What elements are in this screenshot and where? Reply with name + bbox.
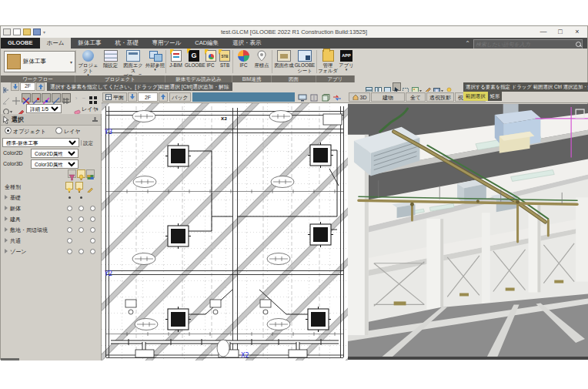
ifc-link-icon (238, 50, 249, 62)
palette-icon[interactable] (86, 169, 95, 178)
snap-line-icon[interactable] (52, 93, 61, 102)
pin-icon[interactable] (92, 116, 99, 123)
tab-senyou-tools[interactable]: 専用ツール (145, 38, 188, 49)
filter-colors-icon[interactable] (68, 169, 76, 178)
tab-kui-kiso[interactable]: 杭・基礎 (108, 38, 145, 49)
snap-endpoint-icon[interactable] (32, 93, 41, 102)
grid-display-icon[interactable] (89, 93, 98, 102)
view3d-filter-button[interactable]: 全て (406, 92, 426, 102)
all-pen-icon[interactable] (87, 182, 95, 189)
view-layout-toolbar (365, 82, 453, 91)
color3d-row: Color3D Color3D属性 (3, 161, 103, 166)
ifc-link-button[interactable]: IFC (235, 49, 252, 75)
drawing-explorer-button[interactable]: 図面エクス プローラー (122, 49, 145, 75)
gloobe-import-button[interactable]: G GLOOBE (185, 49, 203, 75)
panel-title: 選択 (12, 116, 24, 124)
plan-floor-down-button[interactable] (128, 92, 137, 102)
view3d-target-button[interactable]: 建物 (371, 92, 405, 102)
panel-resize-handle[interactable] (1, 358, 19, 360)
category-zone[interactable]: ゾーン (5, 248, 105, 258)
view3d-button[interactable]: 3D (349, 92, 370, 102)
snap-point-icon[interactable] (12, 93, 21, 102)
plan-header-icons (297, 93, 342, 102)
group-bim-link: BIM連携 (232, 75, 272, 82)
hint-selected-mode: 範囲選択 (463, 92, 488, 101)
draw-mode-dropdown[interactable] (2, 104, 14, 113)
zoom-window-icon[interactable] (402, 82, 410, 91)
search-icon[interactable] (575, 41, 582, 48)
split-horizontal-icon[interactable] (365, 82, 373, 91)
snap-grid-icon[interactable] (62, 93, 71, 102)
swap-views-icon[interactable] (332, 93, 342, 102)
split-vertical-icon[interactable] (374, 82, 383, 91)
snap-midpoint-icon[interactable] (42, 93, 51, 102)
all-2d-visible-icon[interactable] (65, 182, 73, 189)
tab-kutai[interactable]: 躯体工事 (71, 38, 108, 49)
status-message: 選択する要素を指定してください。[ドラッグ]範囲選択 [Ctrl]選択追加・解除 (47, 82, 232, 91)
single-pane-icon[interactable] (383, 82, 392, 91)
ifc-import-button[interactable]: IFC (203, 49, 218, 75)
tab-select-display[interactable]: 選択・表示 (226, 38, 269, 49)
snap-free-icon[interactable] (2, 93, 11, 102)
grid-label-y2: Y2 (104, 270, 112, 277)
pen-icon[interactable] (16, 104, 25, 113)
ifc-import-icon (205, 50, 216, 62)
light-icon[interactable] (445, 82, 453, 91)
floor-down-button[interactable] (11, 82, 19, 91)
building-2d-icon[interactable] (309, 93, 319, 102)
plan-view-button[interactable]: 平面 (102, 92, 127, 102)
plan-floor-indicator[interactable]: 2F (138, 92, 158, 102)
fit-view-icon[interactable] (2, 82, 11, 92)
floor-up-button[interactable] (36, 82, 45, 91)
maximize-button[interactable]: □ (552, 26, 569, 38)
camera-view-dropdown[interactable] (433, 82, 444, 91)
render-style-icon[interactable] (423, 82, 432, 91)
jbim-icon (171, 50, 182, 62)
image-capture-dropdown[interactable] (411, 82, 423, 91)
app-button[interactable]: APP アプリ▾ (338, 49, 355, 75)
mode-layer-radio[interactable]: レイヤ (55, 129, 81, 134)
tab-cad-edit[interactable]: CAD編集 (188, 38, 226, 49)
monitor-icon[interactable] (297, 93, 308, 102)
coord-point-button[interactable]: 座標点 (252, 49, 271, 75)
workflow-dropdown[interactable]: 躯体工事 ▾ (4, 51, 75, 72)
floor-indicator[interactable]: 2F (20, 82, 35, 91)
gloobe-sheet-button[interactable]: GLOOBE シート (294, 49, 316, 75)
manage-folder-button[interactable]: 管理 フォルダ (318, 49, 338, 75)
view3d-canvas[interactable] (348, 102, 588, 360)
category-shikichi[interactable]: 敷地・周辺環境 (5, 226, 105, 236)
search-input[interactable] (474, 42, 575, 47)
view3d-projection-button[interactable]: 透視投影 (426, 92, 454, 102)
snap-minus-icon[interactable]: − (79, 93, 89, 102)
plan-view-titlebar[interactable] (192, 92, 295, 102)
stb-import-button[interactable]: STB STB (218, 49, 232, 75)
preset-select[interactable]: 標準-躯体工事 (2, 138, 79, 147)
minimize-button[interactable]: — (535, 26, 552, 38)
tab-gloobe[interactable]: GLOOBE (1, 38, 40, 49)
category-kiso[interactable]: 基礎 (5, 194, 105, 204)
light-toggle-icon[interactable] (77, 169, 85, 178)
jbim-import-button[interactable]: J-BIM (167, 49, 185, 75)
snap-intersection-icon[interactable] (22, 93, 31, 102)
color2d-select[interactable]: Color2D属性 (31, 149, 79, 158)
category-tategu[interactable]: 建具 (5, 216, 105, 226)
mode-object-radio[interactable]: オブジェクト (5, 129, 46, 134)
external-ref-button[interactable]: 外部参照▾ (145, 49, 165, 75)
project-button[interactable]: プロジェクト▾ (77, 49, 99, 75)
plan-canvas[interactable]: Y3 Y2 X2 X2 (102, 102, 348, 360)
scale-select[interactable]: 詳細 1/50 (26, 104, 62, 113)
drawing-create-button[interactable]: 図面作成 (274, 49, 294, 75)
ribbon-collapse-icon[interactable]: ⌃ (465, 40, 470, 47)
all-3d-visible-icon[interactable] (75, 182, 83, 189)
close-button[interactable]: × (569, 26, 586, 38)
settings-button[interactable]: 設定 (81, 140, 93, 146)
select-arrow-icon[interactable] (393, 82, 401, 91)
floor-settings-button[interactable]: 階設定 (99, 49, 122, 75)
category-kutai[interactable]: 躯体 (5, 205, 105, 215)
building-3d-icon[interactable] (320, 93, 331, 102)
plan-floor-up-button[interactable] (159, 92, 168, 102)
color3d-select[interactable]: Color3D属性 (31, 159, 79, 169)
plan-back-button[interactable]: バック (169, 92, 191, 102)
category-kyotsu[interactable]: 共通 (5, 237, 105, 247)
tab-home[interactable]: ホーム (40, 38, 72, 49)
